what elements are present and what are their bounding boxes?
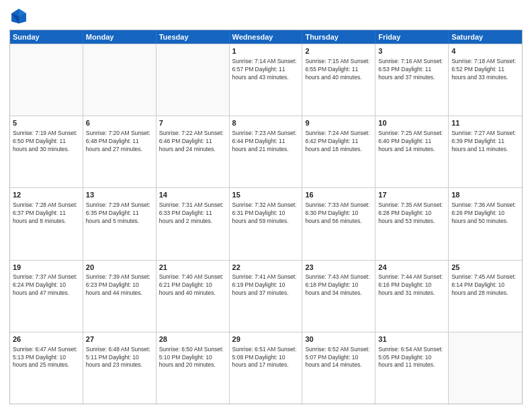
calendar-row-3: 12Sunrise: 7:28 AM Sunset: 6:37 PM Dayli… — [10, 187, 522, 259]
cell-info: Sunrise: 7:29 AM Sunset: 6:35 PM Dayligh… — [86, 201, 153, 226]
day-number: 29 — [232, 334, 300, 345]
day-number: 13 — [86, 190, 153, 200]
calendar-row-1: 1Sunrise: 7:14 AM Sunset: 6:57 PM Daylig… — [10, 44, 522, 116]
day-number: 21 — [159, 263, 226, 273]
cell-info: Sunrise: 7:19 AM Sunset: 6:50 PM Dayligh… — [13, 130, 80, 154]
cell-info: Sunrise: 7:35 AM Sunset: 6:28 PM Dayligh… — [378, 201, 445, 226]
header-cell-thursday: Thursday — [302, 30, 375, 44]
calendar-body: 1Sunrise: 7:14 AM Sunset: 6:57 PM Daylig… — [10, 44, 522, 404]
day-cell-29: 29Sunrise: 6:51 AM Sunset: 5:08 PM Dayli… — [230, 332, 303, 404]
day-number: 7 — [159, 118, 226, 128]
day-number: 4 — [451, 46, 519, 56]
day-number: 27 — [86, 334, 153, 345]
cell-info: Sunrise: 6:52 AM Sunset: 5:07 PM Dayligh… — [305, 346, 372, 370]
header-cell-saturday: Saturday — [449, 30, 522, 44]
day-cell-27: 27Sunrise: 6:48 AM Sunset: 5:11 PM Dayli… — [83, 332, 157, 404]
day-cell-31: 31Sunrise: 6:54 AM Sunset: 5:05 PM Dayli… — [375, 332, 449, 404]
day-cell-24: 24Sunrise: 7:44 AM Sunset: 6:16 PM Dayli… — [375, 261, 449, 332]
day-number: 6 — [86, 118, 153, 128]
day-number: 28 — [159, 334, 226, 345]
day-number: 22 — [232, 263, 300, 273]
day-cell-28: 28Sunrise: 6:50 AM Sunset: 5:10 PM Dayli… — [157, 332, 230, 404]
cell-info: Sunrise: 7:32 AM Sunset: 6:31 PM Dayligh… — [232, 201, 300, 226]
day-number: 23 — [305, 263, 372, 273]
day-number: 31 — [378, 334, 445, 345]
cell-info: Sunrise: 6:51 AM Sunset: 5:08 PM Dayligh… — [232, 346, 300, 370]
logo-icon — [9, 7, 28, 26]
day-cell-22: 22Sunrise: 7:41 AM Sunset: 6:19 PM Dayli… — [230, 261, 303, 332]
day-cell-26: 26Sunrise: 6:47 AM Sunset: 5:13 PM Dayli… — [10, 332, 83, 404]
header-cell-monday: Monday — [83, 30, 157, 44]
day-number: 24 — [378, 263, 445, 273]
cell-info: Sunrise: 7:25 AM Sunset: 6:40 PM Dayligh… — [378, 130, 445, 154]
cell-info: Sunrise: 7:41 AM Sunset: 6:19 PM Dayligh… — [232, 273, 300, 298]
day-cell-8: 8Sunrise: 7:23 AM Sunset: 6:44 PM Daylig… — [230, 116, 303, 187]
day-number: 19 — [13, 263, 80, 273]
header-cell-tuesday: Tuesday — [157, 30, 230, 44]
cell-info: Sunrise: 7:40 AM Sunset: 6:21 PM Dayligh… — [159, 273, 226, 298]
day-number: 16 — [305, 190, 372, 200]
empty-cell — [157, 44, 230, 116]
cell-info: Sunrise: 6:50 AM Sunset: 5:10 PM Dayligh… — [159, 346, 226, 370]
day-cell-5: 5Sunrise: 7:19 AM Sunset: 6:50 PM Daylig… — [10, 116, 83, 187]
day-number: 5 — [13, 118, 80, 128]
day-cell-10: 10Sunrise: 7:25 AM Sunset: 6:40 PM Dayli… — [375, 116, 449, 187]
empty-cell — [10, 44, 83, 116]
header-cell-wednesday: Wednesday — [230, 30, 303, 44]
day-number: 15 — [232, 190, 300, 200]
cell-info: Sunrise: 7:33 AM Sunset: 6:30 PM Dayligh… — [305, 201, 372, 226]
day-cell-13: 13Sunrise: 7:29 AM Sunset: 6:35 PM Dayli… — [83, 188, 157, 259]
cell-info: Sunrise: 7:15 AM Sunset: 6:55 PM Dayligh… — [305, 58, 372, 82]
cell-info: Sunrise: 7:14 AM Sunset: 6:57 PM Dayligh… — [232, 58, 300, 82]
day-number: 11 — [451, 118, 519, 128]
day-number: 12 — [13, 190, 80, 200]
cell-info: Sunrise: 7:28 AM Sunset: 6:37 PM Dayligh… — [13, 201, 80, 226]
calendar-row-4: 19Sunrise: 7:37 AM Sunset: 6:24 PM Dayli… — [10, 260, 522, 332]
cell-info: Sunrise: 6:47 AM Sunset: 5:13 PM Dayligh… — [13, 346, 80, 370]
day-cell-12: 12Sunrise: 7:28 AM Sunset: 6:37 PM Dayli… — [10, 188, 83, 259]
cell-info: Sunrise: 7:22 AM Sunset: 6:46 PM Dayligh… — [159, 130, 226, 154]
cell-info: Sunrise: 7:31 AM Sunset: 6:33 PM Dayligh… — [159, 201, 226, 226]
cell-info: Sunrise: 7:36 AM Sunset: 6:26 PM Dayligh… — [451, 201, 519, 226]
cell-info: Sunrise: 7:37 AM Sunset: 6:24 PM Dayligh… — [13, 273, 80, 298]
calendar-header-row: SundayMondayTuesdayWednesdayThursdayFrid… — [10, 30, 522, 44]
day-number: 25 — [451, 263, 519, 273]
day-cell-4: 4Sunrise: 7:18 AM Sunset: 6:52 PM Daylig… — [449, 44, 522, 116]
cell-info: Sunrise: 7:43 AM Sunset: 6:18 PM Dayligh… — [305, 273, 372, 298]
header-cell-sunday: Sunday — [10, 30, 83, 44]
logo — [9, 7, 31, 26]
day-number: 10 — [378, 118, 445, 128]
cell-info: Sunrise: 7:23 AM Sunset: 6:44 PM Dayligh… — [232, 130, 300, 154]
cell-info: Sunrise: 6:48 AM Sunset: 5:11 PM Dayligh… — [86, 346, 153, 370]
cell-info: Sunrise: 7:16 AM Sunset: 6:53 PM Dayligh… — [378, 58, 445, 82]
day-cell-17: 17Sunrise: 7:35 AM Sunset: 6:28 PM Dayli… — [375, 188, 449, 259]
day-cell-3: 3Sunrise: 7:16 AM Sunset: 6:53 PM Daylig… — [375, 44, 449, 116]
day-cell-9: 9Sunrise: 7:24 AM Sunset: 6:42 PM Daylig… — [302, 116, 375, 187]
day-cell-19: 19Sunrise: 7:37 AM Sunset: 6:24 PM Dayli… — [10, 261, 83, 332]
empty-cell — [83, 44, 157, 116]
day-number: 17 — [378, 190, 445, 200]
cell-info: Sunrise: 7:45 AM Sunset: 6:14 PM Dayligh… — [451, 273, 519, 298]
day-cell-16: 16Sunrise: 7:33 AM Sunset: 6:30 PM Dayli… — [302, 188, 375, 259]
day-cell-7: 7Sunrise: 7:22 AM Sunset: 6:46 PM Daylig… — [157, 116, 230, 187]
day-number: 9 — [305, 118, 372, 128]
day-cell-6: 6Sunrise: 7:20 AM Sunset: 6:48 PM Daylig… — [83, 116, 157, 187]
empty-cell — [449, 332, 522, 404]
day-cell-15: 15Sunrise: 7:32 AM Sunset: 6:31 PM Dayli… — [230, 188, 303, 259]
calendar-row-2: 5Sunrise: 7:19 AM Sunset: 6:50 PM Daylig… — [10, 116, 522, 187]
day-cell-23: 23Sunrise: 7:43 AM Sunset: 6:18 PM Dayli… — [302, 261, 375, 332]
page: SundayMondayTuesdayWednesdayThursdayFrid… — [0, 0, 532, 411]
day-number: 1 — [232, 46, 300, 56]
day-cell-11: 11Sunrise: 7:27 AM Sunset: 6:39 PM Dayli… — [449, 116, 522, 187]
day-cell-18: 18Sunrise: 7:36 AM Sunset: 6:26 PM Dayli… — [449, 188, 522, 259]
cell-info: Sunrise: 7:44 AM Sunset: 6:16 PM Dayligh… — [378, 273, 445, 298]
cell-info: Sunrise: 7:24 AM Sunset: 6:42 PM Dayligh… — [305, 130, 372, 154]
day-cell-14: 14Sunrise: 7:31 AM Sunset: 6:33 PM Dayli… — [157, 188, 230, 259]
day-number: 14 — [159, 190, 226, 200]
day-number: 26 — [13, 334, 80, 345]
day-number: 8 — [232, 118, 300, 128]
day-number: 30 — [305, 334, 372, 345]
day-number: 18 — [451, 190, 519, 200]
cell-info: Sunrise: 7:39 AM Sunset: 6:23 PM Dayligh… — [86, 273, 153, 298]
calendar-row-5: 26Sunrise: 6:47 AM Sunset: 5:13 PM Dayli… — [10, 332, 522, 404]
